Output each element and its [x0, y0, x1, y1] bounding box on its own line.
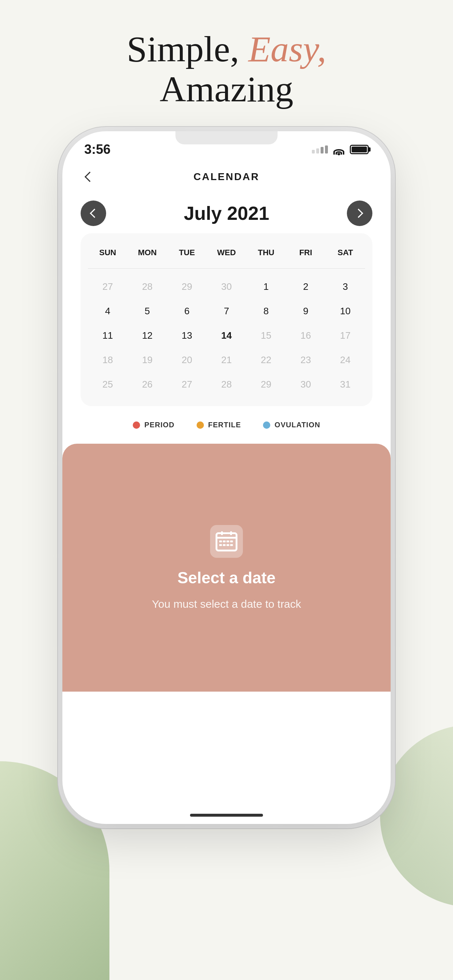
select-date-title: Select a date: [177, 569, 275, 587]
period-dot: [133, 422, 140, 429]
svg-rect-10: [226, 544, 230, 546]
day-header-tue: TUE: [167, 244, 207, 261]
cal-date[interactable]: 6: [167, 301, 207, 322]
cal-date[interactable]: 21: [207, 349, 247, 371]
calendar-legend: PERIOD FERTILE OVULATION: [81, 406, 372, 436]
cal-date[interactable]: 28: [207, 374, 247, 395]
cal-date[interactable]: 2: [286, 276, 326, 298]
cal-date[interactable]: 23: [286, 349, 326, 371]
phone-container: 3:56: [62, 131, 391, 824]
day-header-fri: FRI: [286, 244, 326, 261]
day-header-sat: SAT: [325, 244, 365, 261]
calendar-card-icon: [210, 525, 243, 558]
signal-bar-1: [312, 150, 315, 153]
back-chevron-icon: [85, 172, 95, 182]
back-button[interactable]: [81, 168, 99, 186]
cal-date[interactable]: 26: [128, 374, 167, 395]
legend-fertile: FERTILE: [196, 421, 241, 429]
cal-date[interactable]: 15: [246, 325, 286, 346]
bg-leaf-right: [380, 725, 453, 907]
cal-date[interactable]: 11: [88, 325, 128, 346]
cal-date[interactable]: 30: [286, 374, 326, 395]
nav-title: CALENDAR: [193, 171, 259, 183]
cal-date[interactable]: 18: [88, 349, 128, 371]
cal-date[interactable]: 12: [128, 325, 167, 346]
signal-bar-2: [316, 148, 319, 153]
cal-date-today[interactable]: 14: [207, 325, 247, 346]
fertile-label: FERTILE: [208, 421, 241, 429]
svg-rect-7: [230, 541, 233, 542]
cal-date[interactable]: 24: [325, 349, 365, 371]
calendar-dates: 27 28 29 30 1 2 3 4 5 6 7 8 9 10 11: [88, 276, 365, 395]
cal-date[interactable]: 28: [128, 276, 167, 298]
next-month-icon: [354, 208, 363, 218]
svg-rect-8: [219, 544, 222, 546]
ovulation-dot: [263, 422, 270, 429]
wifi-icon: [332, 145, 345, 154]
prev-month-icon: [90, 208, 99, 218]
legend-period: PERIOD: [133, 421, 175, 429]
calendar-svg-icon: [215, 530, 238, 552]
hero-text-start: Simple,: [126, 29, 248, 69]
status-time: 3:56: [84, 142, 110, 157]
month-title: July 2021: [184, 202, 269, 224]
signal-bar-4: [325, 145, 328, 153]
signal-bar-3: [321, 147, 324, 153]
cal-date[interactable]: 17: [325, 325, 365, 346]
svg-rect-11: [230, 544, 233, 546]
calendar-days-header: SUN MON TUE WED THU FRI SAT: [88, 244, 365, 261]
cal-date[interactable]: 29: [246, 374, 286, 395]
calendar-divider: [88, 268, 365, 269]
cal-date[interactable]: 5: [128, 301, 167, 322]
cal-date[interactable]: 22: [246, 349, 286, 371]
hero-line1: Simple, Easy,: [0, 29, 453, 69]
cal-date[interactable]: 8: [246, 301, 286, 322]
select-date-subtitle: You must select a date to track: [152, 598, 301, 610]
day-header-sun: SUN: [88, 244, 128, 261]
cal-date[interactable]: 19: [128, 349, 167, 371]
cal-date[interactable]: 27: [88, 276, 128, 298]
legend-ovulation: OVULATION: [263, 421, 320, 429]
cal-date[interactable]: 27: [167, 374, 207, 395]
phone-content: CALENDAR July 2021 SUN MON TUE W: [62, 161, 391, 692]
select-date-card: Select a date You must select a date to …: [62, 444, 391, 692]
svg-rect-5: [223, 541, 226, 542]
signal-icon: [312, 145, 328, 153]
cal-date[interactable]: 1: [246, 276, 286, 298]
ovulation-label: OVULATION: [274, 421, 320, 429]
svg-rect-6: [226, 541, 230, 542]
phone-notch: [175, 131, 278, 145]
phone-mockup: 3:56: [62, 131, 391, 824]
cal-date[interactable]: 4: [88, 301, 128, 322]
hero-text-highlight: Easy,: [248, 29, 327, 69]
cal-date[interactable]: 20: [167, 349, 207, 371]
cal-date[interactable]: 25: [88, 374, 128, 395]
cal-date[interactable]: 31: [325, 374, 365, 395]
cal-date[interactable]: 9: [286, 301, 326, 322]
cal-date[interactable]: 30: [207, 276, 247, 298]
hero-section: Simple, Easy, Amazing: [0, 29, 453, 110]
next-month-button[interactable]: [347, 200, 372, 226]
wifi-arc-3: [333, 149, 344, 154]
battery-icon: [350, 145, 369, 154]
day-header-thu: THU: [246, 244, 286, 261]
period-label: PERIOD: [144, 421, 175, 429]
fertile-dot: [196, 422, 204, 429]
calendar-month-nav: July 2021: [81, 197, 372, 233]
prev-month-button[interactable]: [81, 200, 106, 226]
nav-bar: CALENDAR: [81, 161, 372, 197]
cal-date[interactable]: 29: [167, 276, 207, 298]
status-icons: [312, 145, 369, 154]
cal-date[interactable]: 10: [325, 301, 365, 322]
cal-date[interactable]: 3: [325, 276, 365, 298]
day-header-wed: WED: [207, 244, 247, 261]
battery-fill: [352, 146, 367, 153]
calendar-grid: SUN MON TUE WED THU FRI SAT 27 28 29 30 …: [81, 233, 372, 406]
home-indicator: [190, 814, 263, 817]
cal-date[interactable]: 16: [286, 325, 326, 346]
day-header-mon: MON: [128, 244, 167, 261]
cal-date[interactable]: 13: [167, 325, 207, 346]
hero-line2: Amazing: [0, 69, 453, 110]
cal-date[interactable]: 7: [207, 301, 247, 322]
svg-rect-9: [223, 544, 226, 546]
